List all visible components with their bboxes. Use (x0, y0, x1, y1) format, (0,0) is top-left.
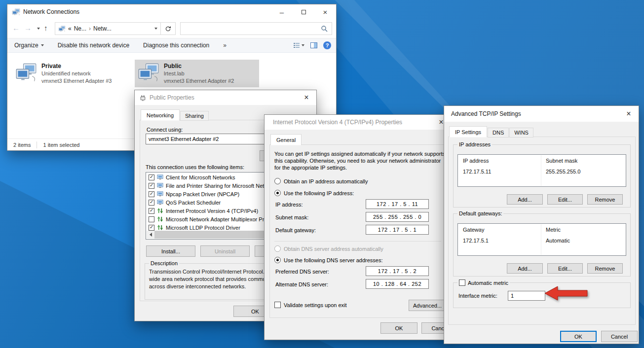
ip-address-field[interactable]: 172 . 17 . 5 . 11 (366, 199, 429, 209)
metric-group: Automatic metric Interface metric: 1 (453, 279, 631, 308)
item-checkbox[interactable] (149, 191, 154, 197)
preferred-dns-value: 172 . 17 . 5 . 2 (378, 268, 417, 274)
item-checkbox[interactable] (149, 208, 154, 214)
protocol-icon (157, 216, 163, 222)
uninstall-button[interactable]: Uninstall (200, 245, 250, 257)
ok-button[interactable]: OK (380, 322, 417, 334)
close-button[interactable]: × (314, 4, 336, 19)
radio-use-dns[interactable]: Use the following DNS server addresses: (274, 257, 383, 263)
item-checkbox[interactable] (149, 174, 154, 180)
breadcrumb-item[interactable]: Netw... (93, 25, 112, 32)
disable-network-device-button[interactable]: Disable this network device (58, 42, 129, 49)
maximize-button[interactable] (293, 4, 314, 19)
close-button[interactable]: × (619, 106, 639, 122)
network-item-text: Public lrtest.lab vmxnet3 Ethernet Adapt… (164, 63, 234, 85)
network-adapter-name: vmxnet3 Ethernet Adapter #3 (41, 77, 112, 85)
mask-value: 255.255.255.0 (546, 169, 580, 174)
radio-obtain-ip[interactable]: Obtain an IP address automatically (274, 178, 368, 184)
window-controls: – × (271, 4, 336, 19)
history-dropdown-icon[interactable] (37, 28, 40, 30)
ok-button[interactable]: OK (560, 331, 597, 342)
network-item-public[interactable]: Public lrtest.lab vmxnet3 Ethernet Adapt… (135, 60, 259, 87)
cancel-button[interactable]: Cancel (601, 331, 638, 342)
back-button[interactable]: ← (12, 24, 20, 32)
tab-general[interactable]: General (270, 134, 302, 145)
network-status: lrtest.lab (164, 70, 234, 77)
advanced-button[interactable]: Advanced... (409, 300, 446, 311)
adapter-name-value: vmxnet3 Ethernet Adapter #2 (149, 136, 219, 142)
tab-ip-settings[interactable]: IP Settings (449, 126, 487, 138)
tab-networking[interactable]: Networking (141, 109, 180, 121)
scrollbar-thumb[interactable] (154, 231, 273, 239)
organize-menu[interactable]: Organize (14, 42, 44, 49)
item-checkbox[interactable] (149, 200, 154, 206)
address-bar[interactable]: « Ne... › Netw... (55, 22, 161, 35)
validate-settings-checkbox[interactable]: Validate settings upon exit (274, 302, 347, 308)
preview-pane-icon[interactable] (310, 42, 317, 48)
subnet-mask-field[interactable]: 255 . 255 . 255 . 0 (366, 212, 429, 222)
address-location-icon (58, 26, 66, 32)
checkbox-icon[interactable] (459, 279, 465, 286)
description-title: Description (151, 260, 178, 266)
help-button[interactable]: ? (323, 41, 331, 49)
network-adapter-name: vmxnet3 Ethernet Adapter #2 (164, 77, 234, 85)
address-dropdown-icon[interactable] (154, 28, 157, 30)
checkbox-icon[interactable] (274, 302, 281, 308)
item-checkbox[interactable] (149, 225, 154, 231)
gateway-add-button[interactable]: Add... (507, 263, 543, 274)
install-button[interactable]: Install... (146, 245, 195, 257)
search-input[interactable] (185, 25, 321, 32)
radio-icon[interactable] (274, 257, 281, 263)
item-checkbox[interactable] (149, 216, 154, 222)
tab-sharing[interactable]: Sharing (180, 111, 209, 121)
tab-wins[interactable]: WINS (509, 128, 533, 138)
item-label: QoS Packet Scheduler (166, 200, 221, 206)
radio-icon[interactable] (274, 178, 281, 184)
scroll-left-button[interactable] (147, 231, 154, 239)
interface-metric-field[interactable]: 1 (508, 291, 545, 301)
gateways-listview[interactable]: Gateway Metric 172.17.5.1 Automatic (457, 223, 626, 256)
minimize-button[interactable]: – (271, 4, 293, 19)
breadcrumb-overflow-chevron[interactable]: « (68, 25, 72, 32)
protocol-icon (157, 208, 163, 214)
ip-remove-button[interactable]: Remove (587, 194, 623, 205)
ip-edit-button[interactable]: Edit... (547, 194, 583, 205)
gateway-edit-button[interactable]: Edit... (547, 263, 583, 274)
view-caret-icon (302, 44, 304, 46)
tab-dns[interactable]: DNS (488, 128, 509, 138)
radio-label: Obtain DNS server address automatically (284, 246, 383, 252)
item-checkbox[interactable] (149, 183, 154, 189)
radio-icon[interactable] (274, 190, 281, 196)
radio-obtain-dns[interactable]: Obtain DNS server address automatically (274, 245, 383, 252)
subnet-mask-label: Subnet mask: (275, 214, 308, 220)
maximize-icon (302, 10, 306, 14)
ip-addresses-listview[interactable]: IP address Subnet mask 172.17.5.11 255.2… (457, 154, 626, 187)
refresh-button[interactable] (161, 22, 176, 35)
network-item-private[interactable]: Private Unidentified network vmxnet3 Eth… (12, 60, 134, 87)
ip-add-button[interactable]: Add... (507, 194, 543, 205)
annotation-arrow-icon (544, 285, 588, 302)
radio-use-ip[interactable]: Use the following IP address: (274, 190, 354, 196)
radio-icon[interactable] (274, 245, 281, 252)
up-button[interactable]: ↑ (44, 24, 48, 32)
item-label: Internet Protocol Version 4 (TCP/IPv4) (166, 208, 258, 214)
default-gateway-field[interactable]: 172 . 17 . 5 . 1 (366, 225, 429, 235)
client-service-icon (157, 199, 163, 206)
automatic-metric-checkbox[interactable]: Automatic metric (457, 279, 510, 286)
section-divider (274, 241, 441, 242)
advanced-tcpip-dialog: Advanced TCP/IP Settings × IP Settings D… (444, 105, 639, 344)
preferred-dns-field[interactable]: 172 . 17 . 5 . 2 (366, 266, 429, 276)
toolbar-overflow-button[interactable]: » (223, 42, 227, 49)
close-button[interactable]: × (297, 90, 316, 105)
forward-button[interactable]: → (24, 24, 32, 32)
dialog-title: Advanced TCP/IP Settings (451, 110, 521, 117)
ipv4-tabs: General (270, 134, 302, 145)
column-header-ip: IP address (463, 158, 489, 164)
diagnose-connection-button[interactable]: Diagnose this connection (143, 42, 209, 49)
scroll-left-icon (150, 233, 152, 237)
checkbox-label: Validate settings upon exit (284, 302, 347, 308)
gateway-remove-button[interactable]: Remove (587, 263, 623, 274)
breadcrumb-item[interactable]: Ne... (74, 25, 86, 32)
change-view-button[interactable] (293, 42, 304, 48)
alternate-dns-field[interactable]: 10 . 128 . 64 . 252 (366, 279, 429, 289)
